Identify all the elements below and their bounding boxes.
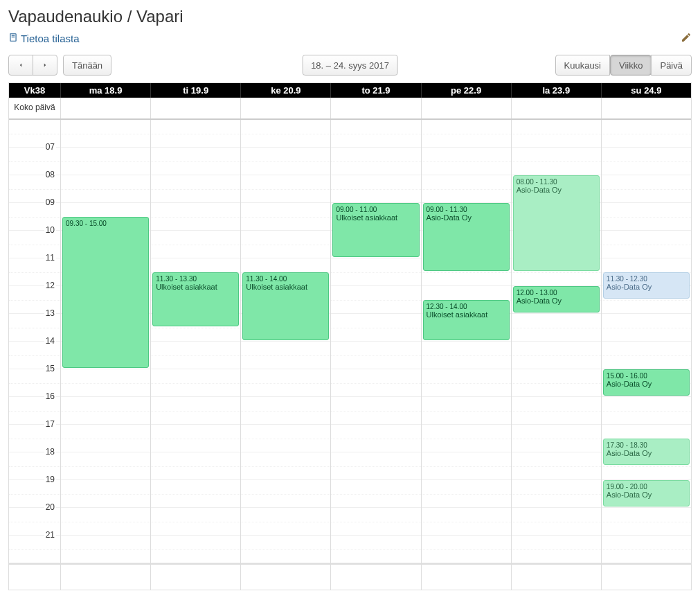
allday-cell[interactable] [61,98,151,118]
event-time: 17.30 - 18.30 [607,441,686,449]
chevron-right-icon [42,62,48,69]
event-title: Asio-Data Oy [607,449,686,458]
hour-label: 11 [44,253,56,263]
today-button[interactable]: Tänään [63,55,111,76]
calendar: Vk38 ma 18.9 ti 19.9 ke 20.9 to 21.9 pe … [8,82,692,590]
calendar-event[interactable]: 11.30 - 14.00Ulkoiset asiakkaat [242,272,329,340]
page-title: Vapaudenaukio / Vapari [8,7,692,26]
calendar-event[interactable]: 11.30 - 13.30Ulkoiset asiakkaat [152,272,239,326]
day-column[interactable]: 09.00 - 11.00Ulkoiset asiakkaat [331,120,421,563]
event-title: Ulkoiset asiakkaat [246,283,325,292]
event-title: Asio-Data Oy [607,380,686,389]
room-info-label: Tietoa tilasta [21,33,80,44]
event-time: 12.30 - 14.00 [427,303,506,310]
allday-cell[interactable] [151,98,241,118]
date-range-button[interactable]: 18. – 24. syys 2017 [302,55,398,76]
calendar-event[interactable]: 12.00 - 13.00Asio-Data Oy [513,286,600,312]
book-icon [8,33,18,44]
event-time: 19.00 - 20.00 [607,483,686,491]
calendar-toolbar: Tänään 18. – 24. syys 2017 Kuukausi Viik… [8,53,692,77]
view-switch: Kuukausi Viikko Päivä [555,55,692,76]
event-title: Asio-Data Oy [607,283,686,292]
day-column[interactable]: 11.30 - 13.30Ulkoiset asiakkaat [151,120,241,563]
event-time: 11.30 - 13.30 [156,275,235,283]
day-column[interactable]: 09.30 - 15.00 [61,120,151,563]
event-time: 11.30 - 14.00 [246,275,325,283]
allday-cell[interactable] [331,98,421,118]
view-day-button[interactable]: Päivä [651,55,692,76]
day-column[interactable]: 11.30 - 12.30Asio-Data Oy15.00 - 16.00As… [602,120,691,563]
day-header[interactable]: to 21.9 [331,83,421,98]
hour-label: 18 [44,447,56,457]
time-axis: 070809101112131415161718192021 [9,120,61,563]
event-time: 09.00 - 11.30 [427,206,506,213]
hour-label: 13 [44,308,56,318]
day-column[interactable]: 09.00 - 11.30Asio-Data Oy12.30 - 14.00Ul… [422,120,512,563]
event-title: Ulkoiset asiakkaat [336,213,415,222]
allday-cell[interactable] [241,98,331,118]
event-time: 11.30 - 12.30 [607,275,686,283]
calendar-footer [9,563,691,590]
event-title: Asio-Data Oy [517,297,596,306]
event-time: 12.00 - 13.00 [517,289,596,297]
allday-cell[interactable] [602,98,691,118]
calendar-event[interactable]: 19.00 - 20.00Asio-Data Oy [603,480,690,506]
room-info-link[interactable]: Tietoa tilasta [8,33,80,44]
hour-label: 12 [44,281,56,290]
hour-label: 19 [44,475,56,484]
event-time: 09.30 - 15.00 [66,220,145,227]
event-title: Ulkoiset asiakkaat [156,283,235,292]
hour-label: 15 [44,364,56,373]
event-title: Asio-Data Oy [607,491,686,500]
hour-label: 10 [44,225,56,235]
day-column[interactable]: 08.00 - 11.30Asio-Data Oy12.00 - 13.00As… [512,120,602,563]
day-header[interactable]: pe 22.9 [422,83,512,98]
hour-label: 17 [44,419,56,429]
day-header[interactable]: ti 19.9 [151,83,241,98]
view-month-button[interactable]: Kuukausi [555,55,610,76]
event-time: 08.00 - 11.30 [517,178,596,186]
calendar-event[interactable]: 09.00 - 11.00Ulkoiset asiakkaat [332,203,419,257]
hour-label: 14 [44,336,56,346]
day-header[interactable]: la 23.9 [512,83,602,98]
day-column[interactable]: 11.30 - 14.00Ulkoiset asiakkaat [241,120,331,563]
event-time: 09.00 - 11.00 [336,206,415,213]
calendar-event[interactable]: 15.00 - 16.00Asio-Data Oy [603,369,690,396]
week-number: Vk38 [9,83,61,98]
hour-label: 08 [44,170,56,179]
hour-label: 20 [44,502,56,512]
next-button[interactable] [33,55,57,76]
calendar-event[interactable]: 11.30 - 12.30Asio-Data Oy [603,272,690,299]
prev-button[interactable] [8,55,33,76]
event-title: Asio-Data Oy [427,213,506,222]
day-header[interactable]: su 24.9 [602,83,691,98]
hour-label: 16 [44,391,56,401]
calendar-event[interactable]: 08.00 - 11.30Asio-Data Oy [513,175,600,271]
calendar-event[interactable]: 09.30 - 15.00 [62,217,149,368]
hour-label: 21 [44,530,56,540]
allday-row: Koko päivä [9,98,691,120]
view-week-button[interactable]: Viikko [610,55,652,76]
event-time: 15.00 - 16.00 [607,372,686,380]
hour-label: 09 [44,197,56,207]
calendar-event[interactable]: 09.00 - 11.30Asio-Data Oy [423,203,510,271]
allday-cell[interactable] [422,98,512,118]
allday-label: Koko päivä [9,98,61,118]
days-area: 09.30 - 15.0011.30 - 13.30Ulkoiset asiak… [61,120,691,563]
calendar-event[interactable]: 17.30 - 18.30Asio-Data Oy [603,439,690,465]
day-header[interactable]: ma 18.9 [61,83,151,98]
calendar-header: Vk38 ma 18.9 ti 19.9 ke 20.9 to 21.9 pe … [9,83,691,98]
calendar-event[interactable]: 12.30 - 14.00Ulkoiset asiakkaat [423,300,510,340]
allday-cell[interactable] [512,98,602,118]
chevron-left-icon [17,62,24,69]
edit-icon[interactable] [681,32,692,45]
hour-label: 07 [44,142,56,152]
event-title: Asio-Data Oy [517,186,596,195]
event-title: Ulkoiset asiakkaat [427,310,506,319]
day-header[interactable]: ke 20.9 [241,83,331,98]
